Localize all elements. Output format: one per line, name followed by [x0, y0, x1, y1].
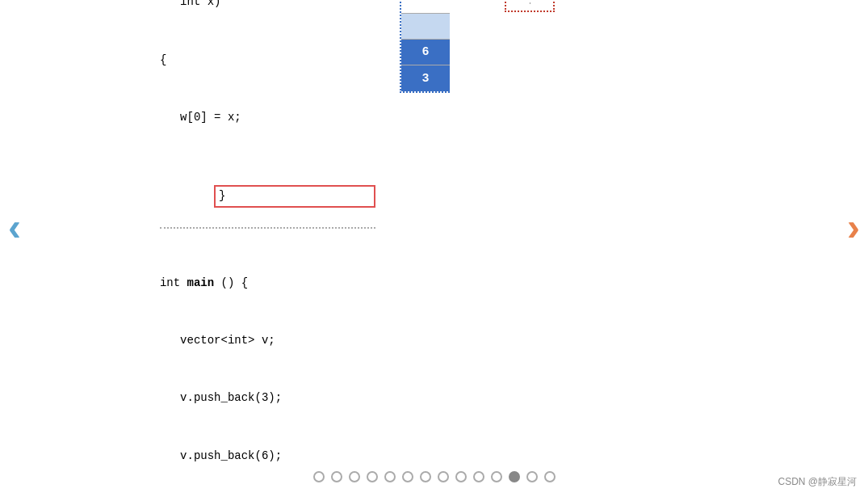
code-line-4: {	[160, 51, 375, 70]
pagination	[313, 471, 556, 482]
heap-container: 6 3	[400, 0, 450, 93]
dot-14[interactable]	[544, 471, 556, 482]
dot-2[interactable]	[331, 471, 342, 482]
main-container: ‹ void foo ( vector<int> w, int x) { w[0…	[0, 0, 868, 453]
dot-13[interactable]	[526, 471, 538, 482]
code-line-7: vector<int> v;	[160, 331, 375, 351]
stack-table: x 8 w … foo … ← v …	[474, 0, 555, 12]
next-button[interactable]: ›	[847, 204, 860, 249]
dot-1[interactable]	[313, 471, 325, 482]
stack-row-bottom: ⋮	[474, 0, 555, 12]
code-line-9: v.push_back(6);	[160, 447, 375, 466]
dot-3[interactable]	[349, 471, 360, 482]
code-line-5: w[0] = x;	[160, 108, 375, 128]
heap-cell-5	[401, 0, 450, 14]
heap-cell-8: 3	[401, 65, 450, 91]
code-line-6: int main () {	[160, 274, 375, 293]
content-area: void foo ( vector<int> w, int x) { w[0] …	[0, 0, 868, 497]
dot-9[interactable]	[455, 471, 467, 482]
heap-cell-7: 6	[401, 40, 450, 65]
dot-5[interactable]	[384, 471, 396, 482]
code-separator: }	[160, 166, 375, 229]
code-line-8: v.push_back(3);	[160, 389, 375, 408]
code-line-3: int x)	[160, 0, 375, 12]
prev-button[interactable]: ‹	[8, 204, 21, 249]
dot-4[interactable]	[367, 471, 378, 482]
code-highlighted-closing-brace: }	[214, 185, 375, 208]
stack-cell-bottom: ⋮	[505, 0, 555, 12]
stack-section: STACK x 8 w …	[474, 0, 555, 12]
dot-10[interactable]	[473, 471, 484, 482]
heap-cell-6	[401, 14, 450, 40]
watermark: CSDN @静寂星河	[778, 475, 857, 489]
dot-12[interactable]	[509, 471, 520, 482]
heap-section: HEAP 6 3	[400, 0, 450, 93]
code-section: void foo ( vector<int> w, int x) { w[0] …	[160, 0, 375, 497]
dot-11[interactable]	[491, 471, 502, 482]
dot-7[interactable]	[420, 471, 431, 482]
dot-8[interactable]	[438, 471, 449, 482]
dot-6[interactable]	[402, 471, 413, 482]
